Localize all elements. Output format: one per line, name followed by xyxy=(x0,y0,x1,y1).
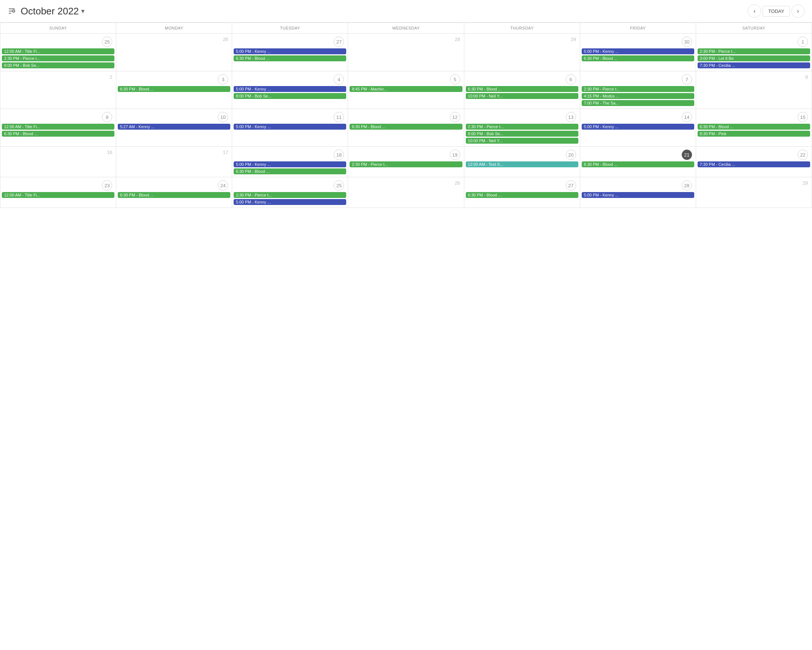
calendar-event[interactable]: 8:00 PM - Bob Se... xyxy=(234,93,346,99)
calendar-week-row: 2512:00 AM - Title Fi...2:30 PM - Pierce… xyxy=(0,34,812,71)
calendar-cell[interactable]: 912:00 AM - Title Fi...6:30 PM - Blood .… xyxy=(0,109,116,147)
calendar-cell[interactable]: 36:30 PM - Blood ... xyxy=(116,71,232,109)
calendar-cell[interactable]: 185:00 PM - Kenny ...6:30 PM - Blood ... xyxy=(232,147,348,177)
calendar-cell[interactable]: 145:00 PM - Kenny ... xyxy=(580,109,696,147)
calendar-cell[interactable]: 115:00 PM - Kenny ... xyxy=(232,109,348,147)
calendar-cell[interactable]: 12:30 PM - Pierce t...3:00 PM - Let It B… xyxy=(696,34,812,71)
day-number: 26 xyxy=(118,35,230,44)
calendar-cell[interactable]: 29 xyxy=(696,177,812,208)
calendar-event[interactable]: 5:00 PM - Kenny ... xyxy=(234,161,346,167)
calendar-event[interactable]: 5:00 PM - Kenny ... xyxy=(234,124,346,130)
day-number: 30 xyxy=(582,35,694,48)
calendar-cell[interactable]: 305:00 PM - Kenny ...6:30 PM - Blood ... xyxy=(580,34,696,71)
calendar-cell[interactable]: 276:30 PM - Blood ... xyxy=(464,177,580,208)
calendar-event[interactable]: 6:30 PM - Blood ... xyxy=(2,131,114,137)
prev-button[interactable]: ‹ xyxy=(748,5,761,18)
calendar-event[interactable]: 2:30 PM - Pierce t... xyxy=(466,124,578,130)
calendar-event[interactable]: 5:00 PM - Kenny ... xyxy=(582,48,694,54)
header-left: October 2022 ▾ xyxy=(8,6,84,17)
calendar-cell[interactable]: 2012:00 AM - Test S... xyxy=(464,147,580,177)
calendar-cell[interactable]: 216:30 PM - Blood ... xyxy=(580,147,696,177)
calendar-cell[interactable]: 58:45 PM - Machin... xyxy=(348,71,464,109)
calendar-event[interactable]: 4:15 PM - Modos ... xyxy=(582,93,694,99)
calendar-header: October 2022 ▾ ‹ TODAY › xyxy=(0,0,812,23)
month-title[interactable]: October 2022 ▾ xyxy=(21,6,84,17)
calendar-event[interactable]: 12:00 AM - Test S... xyxy=(466,161,578,167)
calendar-cell[interactable]: 26 xyxy=(116,34,232,71)
calendar-cell[interactable]: 8 xyxy=(696,71,812,109)
calendar-event[interactable]: 6:30 PM - Blood ... xyxy=(234,55,346,61)
calendar-cell[interactable]: 192:30 PM - Pierce t... xyxy=(348,147,464,177)
day-number: 5 xyxy=(350,73,462,86)
day-number: 27 xyxy=(234,35,346,48)
calendar-cell[interactable]: 285:00 PM - Kenny ... xyxy=(580,177,696,208)
calendar-table: SUNDAYMONDAYTUESDAYWEDNESDAYTHURSDAYFRID… xyxy=(0,23,812,208)
calendar-event[interactable]: 5:00 PM - Kenny ... xyxy=(582,192,694,198)
calendar-cell[interactable]: 2 xyxy=(0,71,116,109)
chevron-down-icon: ▾ xyxy=(81,7,84,15)
weekday-header: THURSDAY xyxy=(464,23,580,34)
calendar-event[interactable]: 5:27 AM - Kenny ... xyxy=(118,124,230,130)
calendar-cell[interactable]: 227:30 PM - Cecilia ... xyxy=(696,147,812,177)
next-button[interactable]: › xyxy=(791,5,804,18)
calendar-event[interactable]: 2:30 PM - Pierce t... xyxy=(350,161,462,167)
calendar-cell[interactable]: 28 xyxy=(348,34,464,71)
calendar-cell[interactable]: 16 xyxy=(0,147,116,177)
calendar-event[interactable]: 5:00 PM - Kenny ... xyxy=(234,199,346,205)
calendar-cell[interactable]: 105:27 AM - Kenny ... xyxy=(116,109,232,147)
calendar-event[interactable]: 7:30 PM - Cecilia ... xyxy=(698,161,810,167)
calendar-event[interactable]: 6:30 PM - Blood ... xyxy=(582,55,694,61)
calendar-event[interactable]: 2:30 PM - Pierce t... xyxy=(698,48,810,54)
calendar-header-row: SUNDAYMONDAYTUESDAYWEDNESDAYTHURSDAYFRID… xyxy=(0,23,812,34)
day-number: 17 xyxy=(118,148,230,157)
weekday-header: FRIDAY xyxy=(580,23,696,34)
calendar-event[interactable]: 7:00 PM - The Sa... xyxy=(582,100,694,106)
calendar-event[interactable]: 6:30 PM - Blood ... xyxy=(118,86,230,92)
calendar-cell[interactable]: 72:30 PM - Pierce t...4:15 PM - Modos ..… xyxy=(580,71,696,109)
calendar-event[interactable]: 2:30 PM - Pierce t... xyxy=(2,55,114,61)
calendar-cell[interactable]: 2512:00 AM - Title Fi...2:30 PM - Pierce… xyxy=(0,34,116,71)
day-number: 6 xyxy=(466,73,578,86)
day-number: 13 xyxy=(466,110,578,124)
calendar-event[interactable]: 8:45 PM - Machin... xyxy=(350,86,462,92)
month-title-text: October 2022 xyxy=(21,6,79,17)
calendar-event[interactable]: 6:30 PM - Blood ... xyxy=(466,86,578,92)
calendar-event[interactable]: 12:00 AM - Title Fi... xyxy=(2,192,114,198)
calendar-event[interactable]: 5:00 PM - Kenny ... xyxy=(234,86,346,92)
calendar-event[interactable]: 2:30 PM - Pierce t... xyxy=(582,86,694,92)
calendar-event[interactable]: 10:00 PM - Neil Y... xyxy=(466,138,578,144)
calendar-cell[interactable]: 66:30 PM - Blood ...10:00 PM - Neil Y... xyxy=(464,71,580,109)
calendar-event[interactable]: 8:00 PM - Bob Se... xyxy=(2,63,114,68)
calendar-event[interactable]: 6:30 PM - Blood ... xyxy=(698,124,810,130)
filter-icon[interactable] xyxy=(8,7,16,15)
calendar-event[interactable]: 6:30 PM - Blood ... xyxy=(118,192,230,198)
calendar-cell[interactable]: 132:30 PM - Pierce t...8:00 PM - Bob Se.… xyxy=(464,109,580,147)
calendar-cell[interactable]: 275:00 PM - Kenny ...6:30 PM - Blood ... xyxy=(232,34,348,71)
calendar-cell[interactable]: 26 xyxy=(348,177,464,208)
calendar-event[interactable]: 5:00 PM - Kenny ... xyxy=(234,48,346,54)
calendar-event[interactable]: 6:30 PM - Blood ... xyxy=(582,161,694,167)
calendar-event[interactable]: 10:00 PM - Neil Y... xyxy=(466,93,578,99)
calendar-cell[interactable]: 45:00 PM - Kenny ...8:00 PM - Bob Se... xyxy=(232,71,348,109)
day-number: 11 xyxy=(234,110,346,124)
day-number: 22 xyxy=(698,148,810,161)
calendar-event[interactable]: 7:30 PM - Cecilia ... xyxy=(698,63,810,68)
calendar-event[interactable]: 6:30 PM - Blood ... xyxy=(466,192,578,198)
calendar-event[interactable]: 8:30 PM - Pink xyxy=(698,131,810,137)
calendar-cell[interactable]: 246:30 PM - Blood ... xyxy=(116,177,232,208)
calendar-cell[interactable]: 29 xyxy=(464,34,580,71)
calendar-event[interactable]: 5:00 PM - Kenny ... xyxy=(582,124,694,130)
calendar-cell[interactable]: 17 xyxy=(116,147,232,177)
calendar-event[interactable]: 3:00 PM - Let It Be xyxy=(698,55,810,61)
today-button[interactable]: TODAY xyxy=(763,6,790,17)
calendar-event[interactable]: 12:00 AM - Title Fi... xyxy=(2,48,114,54)
calendar-cell[interactable]: 156:30 PM - Blood ...8:30 PM - Pink xyxy=(696,109,812,147)
calendar-cell[interactable]: 2312:00 AM - Title Fi... xyxy=(0,177,116,208)
calendar-cell[interactable]: 126:30 PM - Blood ... xyxy=(348,109,464,147)
calendar-event[interactable]: 6:30 PM - Blood ... xyxy=(234,168,346,174)
calendar-event[interactable]: 8:00 PM - Bob Se... xyxy=(466,131,578,137)
calendar-cell[interactable]: 252:30 PM - Pierce t...5:00 PM - Kenny .… xyxy=(232,177,348,208)
calendar-event[interactable]: 12:00 AM - Title Fi... xyxy=(2,124,114,130)
calendar-event[interactable]: 2:30 PM - Pierce t... xyxy=(234,192,346,198)
calendar-event[interactable]: 6:30 PM - Blood ... xyxy=(350,124,462,130)
